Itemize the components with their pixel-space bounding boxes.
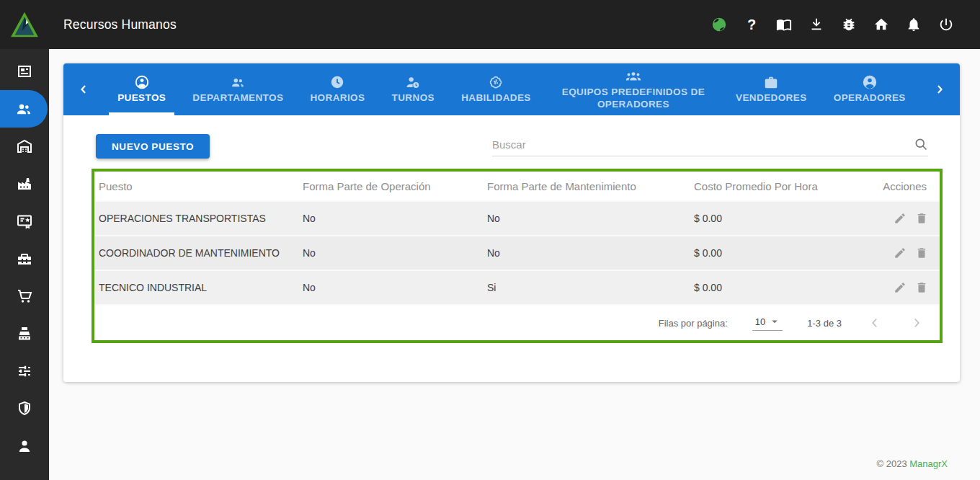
pencil-icon [894, 212, 906, 225]
tab-bar: PUESTOS DEPARTAMENTOS HORARIOS TURNOS HA… [63, 63, 960, 115]
notifications-bell-icon[interactable] [906, 17, 922, 32]
tab-label: HABILIDADES [461, 92, 531, 104]
power-icon[interactable] [938, 17, 954, 32]
column-header-puesto: Puesto [94, 180, 298, 192]
tab-vendedores[interactable]: VENDEDORES [727, 63, 816, 115]
tab-habilidades[interactable]: HABILIDADES [453, 63, 540, 115]
sidebar-item-warehouse[interactable] [0, 128, 49, 165]
table-row: COORDINADOR DE MANTENIMIENTO No No $ 0.0… [94, 235, 940, 270]
table-header-row: Puesto Forma Parte de Operación Forma Pa… [94, 172, 940, 200]
globe-icon[interactable] [711, 17, 727, 32]
bug-icon[interactable] [841, 17, 857, 32]
edit-button[interactable] [894, 212, 906, 225]
search-icon[interactable] [914, 137, 928, 151]
cell-mantenimiento: Si [483, 282, 690, 293]
topbar: Recursos Humanos ? [0, 0, 980, 49]
tab-equipos-predefinidos[interactable]: EQUIPOS PREDEFINIDOS DE OPERADORES [549, 63, 718, 115]
delete-button[interactable] [915, 281, 928, 294]
search-input[interactable] [492, 138, 914, 151]
sidebar-item-certifications[interactable] [0, 203, 49, 240]
sidebar-item-security[interactable] [0, 390, 49, 427]
clock-icon [329, 74, 345, 90]
triangle-logo-icon [9, 11, 40, 38]
pencil-icon [894, 281, 906, 294]
table-row: OPERACIONES TRANSPORTISTAS No No $ 0.00 [94, 200, 940, 235]
rows-per-page-label: Filas por página: [659, 318, 728, 329]
tab-label: DEPARTAMENTOS [192, 92, 283, 104]
tab-label: OPERADORES [834, 92, 906, 104]
new-puesto-button[interactable]: NUEVO PUESTO [96, 134, 210, 159]
download-icon[interactable] [808, 17, 824, 32]
caret-down-icon [768, 315, 781, 328]
person-icon [16, 437, 33, 455]
cash-register-icon [16, 325, 33, 342]
module-card: PUESTOS DEPARTAMENTOS HORARIOS TURNOS HA… [63, 63, 960, 382]
trash-icon [915, 212, 928, 225]
help-icon[interactable]: ? [744, 17, 760, 32]
next-page-button[interactable] [908, 314, 925, 332]
account-circle-outline-icon [134, 74, 150, 90]
sidebar-item-profile[interactable] [0, 427, 49, 465]
tab-label: EQUIPOS PREDEFINIDOS DE OPERADORES [558, 86, 709, 110]
chevron-right-icon [909, 315, 925, 331]
footer-copyright: © 2023 ManagrX [877, 458, 948, 469]
sidebar-item-news[interactable] [0, 53, 49, 90]
cell-puesto: TECNICO INDUSTRIAL [94, 282, 298, 293]
sidebar-item-purchases[interactable] [0, 277, 49, 315]
cell-mantenimiento: No [483, 213, 690, 224]
tab-label: TURNOS [392, 92, 435, 104]
column-header-costo: Costo Promedio Por Hora [690, 180, 865, 192]
tab-label: VENDEDORES [736, 92, 807, 104]
cell-mantenimiento: No [483, 247, 690, 259]
column-header-acciones: Acciones [865, 180, 940, 192]
tabs-scroll-right-button[interactable] [924, 63, 956, 115]
account-circle-icon [862, 74, 878, 90]
topbar-icon-group: ? [711, 17, 980, 32]
delete-button[interactable] [915, 246, 928, 259]
sidebar-item-settings[interactable] [0, 352, 49, 390]
groups-icon [625, 68, 641, 84]
book-icon[interactable] [776, 17, 792, 32]
search-field [492, 137, 928, 156]
tab-departamentos[interactable]: DEPARTAMENTOS [184, 63, 292, 115]
tab-label: PUESTOS [117, 92, 166, 104]
puestos-table: Puesto Forma Parte de Operación Forma Pa… [92, 169, 943, 343]
sidebar [0, 49, 49, 480]
home-icon[interactable] [873, 17, 889, 32]
table-row: TECNICO INDUSTRIAL No Si $ 0.00 [94, 270, 940, 304]
edit-button[interactable] [894, 281, 906, 294]
cell-costo: $ 0.00 [690, 282, 865, 293]
shopping-cart-icon [16, 288, 33, 305]
toolbar: NUEVO PUESTO [63, 115, 960, 159]
sidebar-item-human-resources[interactable] [0, 90, 48, 128]
tab-horarios[interactable]: HORARIOS [301, 63, 373, 115]
warehouse-icon [16, 138, 33, 155]
cell-puesto: OPERACIONES TRANSPORTISTAS [94, 213, 298, 224]
pencil-icon [894, 246, 906, 259]
brain-icon [488, 74, 504, 90]
cell-operacion: No [298, 213, 483, 224]
sidebar-item-toolbox[interactable] [0, 240, 49, 277]
previous-page-button[interactable] [866, 314, 883, 332]
brand-link[interactable]: ManagrX [909, 458, 948, 469]
shield-icon [16, 400, 33, 417]
app-logo[interactable] [0, 11, 49, 38]
delete-button[interactable] [915, 212, 928, 225]
trash-icon [915, 281, 928, 294]
edit-button[interactable] [894, 246, 906, 259]
tab-puestos[interactable]: PUESTOS [109, 63, 174, 115]
tab-operadores[interactable]: OPERADORES [825, 63, 914, 115]
chevron-right-icon [932, 82, 947, 97]
cell-puesto: COORDINADOR DE MANTENIMIENTO [94, 247, 298, 259]
tune-icon [16, 363, 33, 380]
tab-turnos[interactable]: TURNOS [383, 63, 443, 115]
pagination-range: 1-3 de 3 [807, 318, 842, 329]
trash-icon [915, 246, 928, 259]
rows-per-page-select[interactable]: 10 [752, 315, 783, 331]
newspaper-icon [16, 63, 33, 80]
sidebar-item-factory[interactable] [0, 165, 49, 203]
toolbox-icon [16, 250, 33, 267]
sidebar-item-point-of-sale[interactable] [0, 315, 49, 352]
tabs-scroll-left-button[interactable] [68, 63, 99, 115]
chevron-left-icon [867, 315, 883, 331]
